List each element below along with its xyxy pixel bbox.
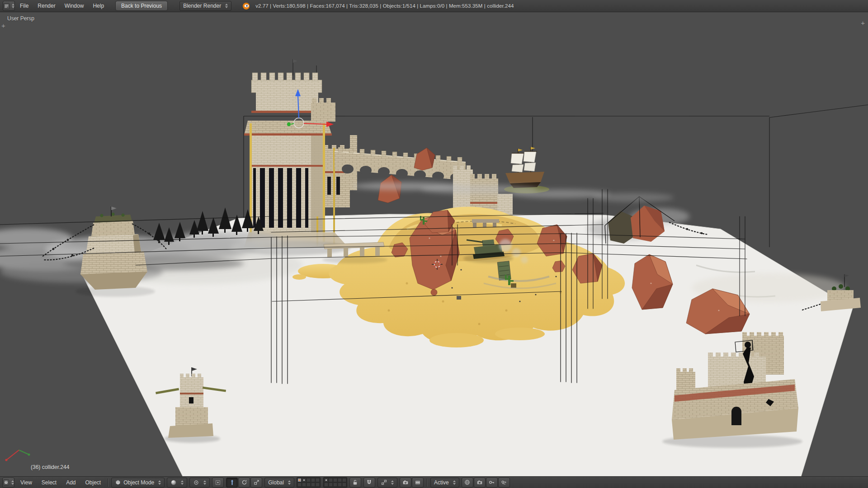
separator [427,479,427,487]
dropdown-arrows [181,480,184,485]
layer-cell[interactable] [342,483,346,487]
layer-cell[interactable] [302,483,306,487]
key-icon [489,479,495,485]
dropdown-arrows [203,480,206,485]
layer-cell[interactable] [297,478,302,482]
dropdown-arrows [158,480,161,485]
layer-cell[interactable] [338,478,342,482]
3d-viewport[interactable]: User Persp + + (36) collider.244 [0,12,868,476]
scene-globe-button[interactable] [462,478,473,488]
layer-cell[interactable] [307,483,311,487]
view-name-label: User Persp [7,15,34,22]
shading-sphere-icon [170,479,177,486]
globe-icon [464,479,470,485]
layer-cell[interactable] [342,478,346,482]
layer-cell[interactable] [324,478,328,482]
interaction-mode-dropdown[interactable]: Object Mode [111,478,165,488]
region-expand-left[interactable]: + [1,23,5,28]
object-mode-cube-icon [115,479,121,486]
transform-orientation-dropdown[interactable]: Global [264,478,294,488]
manipulator-rotate-toggle[interactable] [238,478,250,488]
separator [108,479,108,487]
layer-cell[interactable] [329,483,333,487]
lock-icon [352,479,358,485]
translate-arrow-icon [229,479,235,485]
blender-logo [242,2,250,10]
viewport-header: View Select Add Object Object Mode [0,476,868,488]
menu-view[interactable]: View [17,478,36,488]
editor-selector-arrows [11,480,14,485]
layer-cell[interactable] [338,483,342,487]
opengl-render-animation-button[interactable] [412,478,424,488]
pivot-align-icon [215,479,221,486]
manipulator-scale-toggle[interactable] [250,478,262,488]
layer-cell[interactable] [302,478,306,482]
editor-type-selector-3dview[interactable] [2,478,14,488]
menu-file[interactable]: File [16,1,33,11]
back-to-previous-button[interactable]: Back to Previous [115,1,168,11]
opengl-render-image-button[interactable] [400,478,411,488]
render-film-icon [415,479,421,485]
viewport-shading-dropdown[interactable] [167,478,187,488]
snap-increment-icon [381,479,387,485]
orientation-value: Global [268,479,284,486]
mini-axis-gizmo [3,446,32,465]
menu-window[interactable]: Window [61,1,88,11]
info-header: File Render Window Help Back to Previous… [0,0,868,12]
3d-view-editor-icon [3,479,9,486]
editor-selector-arrows [12,4,14,8]
keying-set-button[interactable] [498,478,510,488]
layer-cell[interactable] [333,483,337,487]
render-engine-value: Blender Render [183,3,221,9]
pivot-point-dropdown[interactable] [189,478,210,488]
rotate-arc-icon [241,479,247,485]
dropdown-arrows [391,480,394,485]
snap-toggle[interactable] [363,478,375,488]
editor-type-selector[interactable] [3,1,15,11]
layer-cell[interactable] [329,478,333,482]
menu-object[interactable]: Object [82,478,105,488]
menu-add[interactable]: Add [62,478,79,488]
dropdown-arrows [288,480,291,485]
keyframe-insert-button[interactable] [486,478,498,488]
render-camera-icon [402,479,409,485]
layer-cell[interactable] [311,478,315,482]
blender-logo-icon [242,2,250,10]
layer-cell[interactable] [316,478,320,482]
pivot-icon [193,479,199,486]
dropdown-arrows [453,480,456,485]
pivot-align-toggle[interactable] [212,478,224,488]
menu-help[interactable]: Help [89,1,108,11]
scale-square-icon [254,479,259,485]
camera-view-button[interactable] [474,478,486,488]
layer-group-2 [323,477,347,488]
active-object-label: (36) collider.244 [31,464,69,470]
menu-select[interactable]: Select [38,478,60,488]
layer-cell[interactable] [307,478,311,482]
viewport-scene [0,12,868,476]
interaction-mode-value: Object Mode [123,479,154,486]
camera-icon [476,479,483,485]
snap-target-dropdown[interactable]: Active [430,478,459,488]
region-expand-right[interactable]: + [861,20,865,26]
render-engine-dropdown[interactable]: Blender Render [179,1,231,11]
layer-cell[interactable] [297,483,302,487]
layer-cell[interactable] [324,483,328,487]
snap-target-value: Active [434,479,449,486]
lock-to-scene-toggle[interactable] [349,478,361,488]
menu-render[interactable]: Render [33,1,59,11]
blender-window: File Render Window Help Back to Previous… [0,0,868,488]
dropdown-arrows [225,4,228,8]
manipulator-translate-toggle[interactable] [226,478,238,488]
snap-element-dropdown[interactable] [377,478,397,488]
layers-widget [297,477,347,488]
layer-cell[interactable] [316,483,320,487]
layer-cell[interactable] [311,483,315,487]
layer-group-1 [297,477,321,488]
layer-cell[interactable] [333,478,337,482]
key-run-icon [501,479,507,485]
hill-bridge [472,219,499,227]
info-editor-icon [3,3,10,9]
magnet-icon [366,479,372,485]
scene-statistics: v2.77 | Verts:180,598 | Faces:167,074 | … [255,3,514,9]
